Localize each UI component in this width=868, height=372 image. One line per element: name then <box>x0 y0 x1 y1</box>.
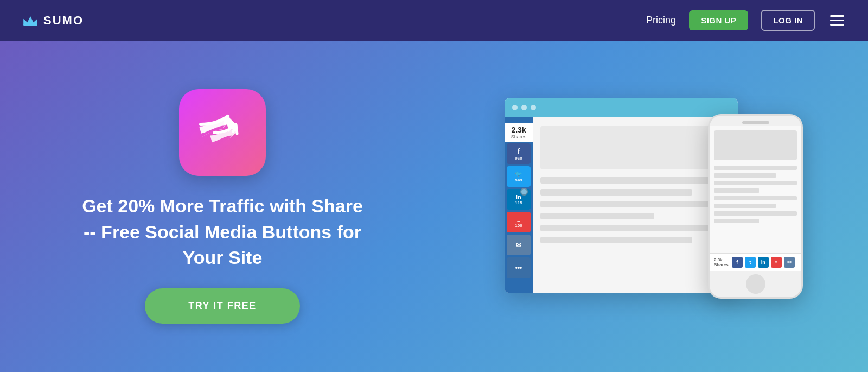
mobile-line-1 <box>714 166 797 170</box>
content-line-5 <box>540 225 730 231</box>
mobile-line-8 <box>714 219 760 223</box>
mobile-line-5 <box>714 196 797 200</box>
browser-dot-3 <box>531 105 536 110</box>
navbar: SUMO Pricing SIGN UP LOG IN <box>0 0 868 41</box>
logo-area[interactable]: SUMO <box>22 14 84 28</box>
mobile-em-btn[interactable]: ✉ <box>784 257 795 268</box>
mobile-home-button[interactable] <box>746 274 765 294</box>
mobile-fb-btn[interactable]: f <box>732 257 743 268</box>
mobile-line-3 <box>714 181 797 185</box>
browser-bar <box>505 98 738 117</box>
content-line-2 <box>540 189 692 196</box>
mobile-line-6 <box>714 204 776 208</box>
mobile-su-btn[interactable]: ≡ <box>771 257 782 268</box>
share-double-arrow-icon <box>195 111 250 154</box>
mobile-line-7 <box>714 211 797 216</box>
hero-left: Get 20% More Traffic with Share -- Free … <box>81 89 363 324</box>
mobile-tw-btn[interactable]: t <box>745 257 756 268</box>
logo-crown-icon <box>22 14 39 27</box>
sumo-share-btn[interactable]: ≡ 100 <box>507 212 531 232</box>
content-image-block <box>540 126 730 169</box>
hero-headline: Get 20% More Traffic with Share -- Free … <box>81 193 363 271</box>
hero-content: Get 20% More Traffic with Share -- Free … <box>81 89 787 324</box>
share-count-label: Shares <box>506 134 532 140</box>
logo-text: SUMO <box>43 14 84 28</box>
hamburger-menu[interactable] <box>828 13 846 28</box>
browser-mockup: 2.3k Shares f 960 🐦 549 in <box>505 98 738 293</box>
cursor-indicator <box>520 188 528 196</box>
login-button[interactable]: LOG IN <box>761 10 815 31</box>
mobile-li-btn[interactable]: in <box>758 257 769 268</box>
app-icon <box>179 89 266 176</box>
share-sidebar: 2.3k Shares f 960 🐦 549 in <box>505 117 533 293</box>
mobile-line-2 <box>714 173 776 178</box>
content-line-6 <box>540 237 692 243</box>
mobile-mockup: 2.3kShares f t in ≡ ✉ <box>708 114 803 299</box>
signup-button[interactable]: SIGN UP <box>689 10 748 30</box>
hero-right: 2.3k Shares f 960 🐦 549 in <box>505 92 787 320</box>
try-free-button[interactable]: TRY IT FREE <box>145 288 300 324</box>
nav-right: Pricing SIGN UP LOG IN <box>646 10 846 31</box>
svg-rect-0 <box>23 24 37 26</box>
facebook-share-btn[interactable]: f 960 <box>507 143 531 164</box>
share-count-display: 2.3k Shares <box>505 123 533 142</box>
browser-content <box>533 117 738 293</box>
browser-dot-1 <box>512 105 518 110</box>
mobile-line-4 <box>714 188 760 193</box>
mobile-speaker <box>742 121 769 124</box>
content-line-4 <box>540 213 654 219</box>
mobile-body <box>710 126 801 253</box>
browser-dot-2 <box>521 105 527 110</box>
mobile-share-count: 2.3kShares <box>714 257 729 267</box>
content-line-1 <box>540 177 730 184</box>
hero-section: Get 20% More Traffic with Share -- Free … <box>0 41 868 372</box>
more-share-btn[interactable]: ••• <box>507 257 531 278</box>
share-count-number: 2.3k <box>506 125 532 134</box>
twitter-share-btn[interactable]: 🐦 549 <box>507 166 531 187</box>
browser-body: 2.3k Shares f 960 🐦 549 in <box>505 117 738 293</box>
mobile-share-bar: 2.3kShares f t in ≡ ✉ <box>710 253 801 271</box>
content-line-3 <box>540 201 730 207</box>
mobile-content-block <box>714 130 797 160</box>
pricing-link[interactable]: Pricing <box>646 15 676 26</box>
email-share-btn[interactable]: ✉ <box>507 235 531 255</box>
